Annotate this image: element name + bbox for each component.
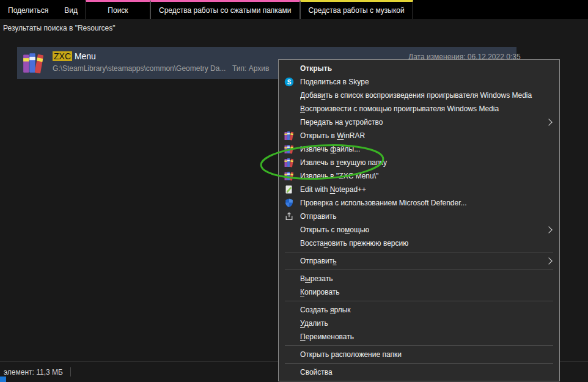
menu-item-create-shortcut[interactable]: Создать ярлык [279,303,559,317]
menu-item-label: Создать ярлык [300,306,553,314]
menu-separator [285,363,553,364]
menu-icon-empty [284,256,300,266]
menu-item-restore-previous[interactable]: Восстановить прежнюю версию [279,237,559,250]
menu-icon-empty [284,117,300,127]
tab-share[interactable]: Поделиться [0,0,56,19]
menu-item-label: Поделиться в Skype [300,78,553,86]
search-results-breadcrumb[interactable]: Результаты поиска в "Resources" [0,19,588,37]
menu-separator [285,252,553,252]
menu-item-label: Свойства [300,368,553,376]
menu-item-extract-to-folder[interactable]: Извлечь в "ZXC Menu\" [279,169,559,183]
menu-item-label: Вырезать [300,274,553,283]
menu-item-cut[interactable]: Вырезать [279,272,559,285]
menu-item-label: Проверка с использованием Microsoft Defe… [300,199,553,207]
menu-item-send-to[interactable]: Отправить [279,254,559,268]
menu-icon-empty [284,225,300,235]
context-menu: ОткрытьSПоделиться в SkypeДобавить в спи… [278,59,560,381]
menu-item-label: Извлечь в "ZXC Menu\" [300,172,553,180]
winrar-icon [284,171,300,181]
file-name: ZXC Menu [53,51,96,61]
defender-icon [284,198,300,208]
winrar-icon [284,131,300,141]
menu-item-extract-here[interactable]: Извлечь в текущую папку [279,156,559,169]
tab-label: Средства работы с музыкой [309,6,405,15]
menu-item-copy[interactable]: Копировать [279,285,559,299]
share-icon [284,211,300,221]
menu-item-label: Открыть с помощью [300,226,546,234]
menu-item-label: Удалить [300,319,553,328]
skype-icon: S [284,77,300,87]
status-separator [70,367,71,376]
menu-item-label: Открыть [300,64,553,73]
menu-icon-empty [284,64,300,73]
menu-item-label: Воспроизвести с помощью проигрывателя Wi… [300,105,553,113]
notepadpp-icon [284,185,300,194]
menu-separator [285,270,553,270]
menu-item-share[interactable]: Отправить [279,210,559,223]
tab-label: Средства работы со сжатыми папками [159,6,292,15]
menu-item-properties[interactable]: Свойства [279,365,559,379]
menu-item-label: Добавить в список воспроизведения проигр… [300,91,553,100]
menu-item-extract-files[interactable]: Извлечь файлы... [279,142,559,156]
menu-item-cast-to-device[interactable]: Передать на устройство [279,116,559,129]
menu-item-label: Извлечь файлы... [300,145,553,153]
search-results-label: Результаты поиска в "Resources" [3,24,116,32]
menu-item-share-skype[interactable]: SПоделиться в Skype [279,75,559,89]
menu-icon-empty [284,332,300,342]
status-item-count: элемент: 11,3 МБ [4,368,63,376]
menu-item-wmp-play[interactable]: Воспроизвести с помощью проигрывателя Wi… [279,102,559,116]
tab-label: Поиск [108,6,128,15]
menu-item-label: Открыть в WinRAR [300,131,553,140]
tab-compressed-tools[interactable]: Средства работы со сжатыми папками [150,0,300,19]
tab-search[interactable]: Поиск [86,0,150,19]
menu-item-label: Восстановить прежнюю версию [300,239,553,248]
submenu-arrow-icon [545,119,552,125]
winrar-icon [284,158,300,167]
menu-icon-empty [284,305,300,315]
tab-view[interactable]: Вид [56,0,86,19]
file-name-rest: Menu [72,51,96,61]
menu-separator [285,301,553,301]
menu-item-rename[interactable]: Переименовать [279,330,559,343]
explorer-window: ПоделитьсяВидПоискСредства работы со сжа… [0,0,588,382]
menu-item-label: Открыть расположение папки [300,350,553,359]
menu-item-wmp-add-playlist[interactable]: Добавить в список воспроизведения проигр… [279,89,559,102]
menu-item-label: Отправить [300,212,553,221]
menu-item-label: Передать на устройство [300,118,546,127]
file-path: G:\SteamLibrary\steamapps\common\Geometr… [53,64,226,73]
winrar-archive-icon [23,52,45,74]
menu-icon-empty [284,367,300,377]
menu-icon-empty [284,350,300,359]
submenu-arrow-icon [545,226,552,233]
ribbon-tabs: ПоделитьсяВидПоискСредства работы со сжа… [0,0,588,19]
menu-item-label: Извлечь в текущую папку [300,158,553,167]
search-term-highlight: ZXC [53,51,72,61]
menu-item-label: Отправить [300,257,546,265]
menu-item-open[interactable]: Открыть [279,62,559,75]
menu-item-open-folder-location[interactable]: Открыть расположение папки [279,348,559,361]
menu-item-defender-scan[interactable]: Проверка с использованием Microsoft Defe… [279,196,559,210]
menu-item-label: Edit with Notepad++ [300,185,553,194]
tab-label: Вид [64,6,78,15]
menu-icon-empty [284,90,300,100]
menu-icon-empty [284,274,300,284]
menu-item-edit-notepadpp[interactable]: Edit with Notepad++ [279,183,559,196]
menu-item-open-with[interactable]: Открыть с помощью [279,223,559,237]
menu-icon-empty [284,318,300,328]
menu-separator [285,345,553,346]
svg-text:S: S [287,79,292,86]
tab-music-tools[interactable]: Средства работы с музыкой [300,0,413,19]
menu-item-label: Копировать [300,288,553,296]
menu-icon-empty [284,104,300,114]
menu-item-label: Переименовать [300,332,553,341]
menu-item-open-winrar[interactable]: Открыть в WinRAR [279,129,559,142]
tab-label: Поделиться [8,6,48,15]
taskbar-corner-fragment [0,376,6,382]
menu-item-delete[interactable]: Удалить [279,317,559,330]
file-type: Тип: Архив [232,64,269,73]
menu-icon-empty [284,287,300,297]
menu-icon-empty [284,238,300,248]
submenu-arrow-icon [545,257,552,264]
winrar-icon [284,144,300,154]
